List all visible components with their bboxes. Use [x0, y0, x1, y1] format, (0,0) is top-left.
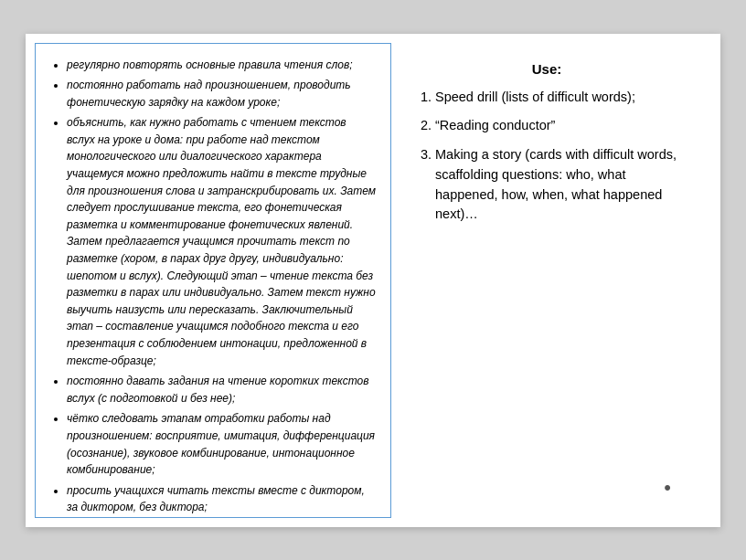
- list-item: объяснить, как нужно работать с чтением …: [67, 114, 376, 369]
- list-item: постоянно давать задания на чтение корот…: [67, 373, 376, 407]
- list-item: регулярно повторять основные правила чте…: [67, 57, 376, 74]
- bottom-dot: •: [413, 476, 680, 500]
- list-item: постоянно работать над произношением, пр…: [67, 77, 376, 111]
- right-list: Speed drill (lists of difficult words);“…: [413, 88, 680, 235]
- list-item: Speed drill (lists of difficult words);: [435, 88, 680, 108]
- list-item: Making a story (cards with difficult wor…: [435, 145, 680, 225]
- slide: регулярно повторять основные правила чте…: [26, 34, 720, 527]
- list-item: просить учащихся читать тексты вместе с …: [67, 482, 376, 516]
- use-label: Use:: [413, 61, 680, 77]
- list-item: “Reading conductor”: [435, 116, 680, 136]
- left-list: регулярно повторять основные правила чте…: [50, 57, 376, 518]
- list-item: чётко следовать этапам отработки работы …: [67, 410, 376, 478]
- right-panel: Use: Speed drill (lists of difficult wor…: [391, 43, 702, 518]
- left-panel: регулярно повторять основные правила чте…: [35, 43, 391, 518]
